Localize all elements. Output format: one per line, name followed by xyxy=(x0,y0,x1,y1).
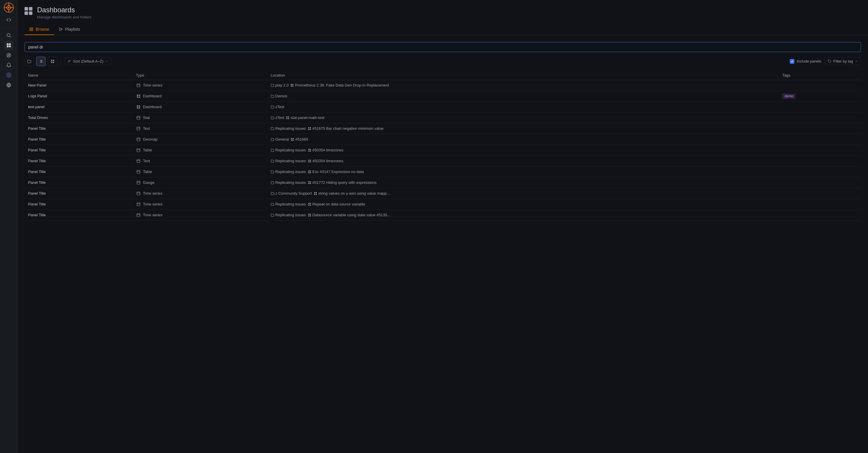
cell-name: Panel Title xyxy=(25,145,133,155)
svg-rect-25 xyxy=(32,30,33,31)
header-text: Dashboards Manage dashboards and folders xyxy=(37,6,91,19)
table-row[interactable]: Panel TitleTime series z Community Suppo… xyxy=(25,188,861,199)
sidebar-item-explore[interactable] xyxy=(4,51,13,60)
cell-tags xyxy=(779,80,861,91)
cell-tags xyxy=(779,112,861,123)
location-dashboard: Datasource variable using stale value #5… xyxy=(308,213,391,217)
svg-rect-42 xyxy=(137,84,140,87)
cell-tags xyxy=(779,166,861,177)
cell-name: Panel Title xyxy=(25,123,133,134)
svg-rect-76 xyxy=(308,149,309,150)
svg-rect-65 xyxy=(310,127,311,128)
table-row[interactable]: Panel TitleText Replicating issues #5035… xyxy=(25,155,861,166)
svg-rect-62 xyxy=(137,127,140,130)
location-folder: zTest xyxy=(271,115,284,120)
grafana-logo-icon xyxy=(3,2,14,13)
tab-playlists-label: Playlists xyxy=(65,27,80,32)
include-panels-checkbox[interactable] xyxy=(790,59,795,64)
location-folder: zTest xyxy=(271,105,284,109)
grid-icon xyxy=(51,59,55,63)
svg-rect-56 xyxy=(137,116,140,119)
sidebar-item-globe[interactable] xyxy=(4,80,13,90)
table-row[interactable]: Panel TitleTime series Replicating issue… xyxy=(25,199,861,209)
cell-name: New Panel xyxy=(25,80,133,91)
list-view-button[interactable] xyxy=(36,57,45,66)
table-row[interactable]: Logs PanelDashboard Demosdemo xyxy=(25,91,861,102)
tab-browse[interactable]: Browse xyxy=(25,24,54,35)
tab-playlists[interactable]: Playlists xyxy=(54,24,85,35)
type-icon xyxy=(136,191,141,196)
type-icon xyxy=(136,213,141,218)
sidebar-item-dashboards[interactable] xyxy=(4,40,13,50)
svg-rect-110 xyxy=(137,214,140,217)
svg-rect-97 xyxy=(310,183,311,184)
sidebar-item-alerting[interactable] xyxy=(4,60,13,70)
sidebar-item-search[interactable] xyxy=(4,31,13,40)
cell-name: Panel Title xyxy=(25,155,133,166)
cell-type: Time series xyxy=(133,80,267,91)
svg-rect-77 xyxy=(310,149,311,150)
content-area: Sort (Default A–Z) Include panels xyxy=(18,35,868,453)
dashboards-icon xyxy=(25,6,32,15)
location-dashboard: string values on y-axis using value mapp… xyxy=(314,191,391,196)
col-location: Location xyxy=(267,71,779,80)
svg-rect-67 xyxy=(310,129,311,130)
filter-tag-chevron-icon xyxy=(855,60,858,63)
sidebar-collapse-button[interactable] xyxy=(4,15,13,25)
svg-rect-22 xyxy=(30,28,31,29)
table-row[interactable]: Panel TitleTime series Replicating issue… xyxy=(25,209,861,220)
cell-tags xyxy=(779,145,861,155)
filter-tag-button[interactable]: Filter by tag xyxy=(825,57,861,65)
results-table: Name Type Location Tags New PanelTime se… xyxy=(25,71,861,221)
table-row[interactable]: New PanelTime series play 2.0 Prometheus… xyxy=(25,80,861,91)
grid-view-button[interactable] xyxy=(48,57,57,66)
table-row[interactable]: Panel TitleTable Replicating issues #503… xyxy=(25,145,861,155)
svg-rect-107 xyxy=(310,203,311,204)
table-row[interactable]: Total DrivesStat zTest stat-panel-math-t… xyxy=(25,112,861,123)
location-folder: Replicating issues xyxy=(271,170,306,174)
svg-rect-102 xyxy=(314,194,315,195)
sort-label: Sort (Default A–Z) xyxy=(73,59,103,63)
sort-select[interactable]: Sort (Default A–Z) xyxy=(65,57,111,65)
type-icon xyxy=(136,105,141,109)
svg-rect-115 xyxy=(310,216,311,217)
cell-location: Replicating issues Esc #3147 Expression … xyxy=(267,166,779,177)
sidebar-item-plugins[interactable] xyxy=(4,70,13,80)
cell-location: Replicating issues #50354 timezones xyxy=(267,145,779,155)
table-row[interactable]: Panel TitleText Replicating issues #5167… xyxy=(25,123,861,134)
table-row[interactable]: Panel TitleTable Replicating issues Esc … xyxy=(25,166,861,177)
type-icon xyxy=(136,83,141,88)
svg-point-17 xyxy=(9,75,10,76)
svg-rect-52 xyxy=(137,106,138,107)
cell-location: Demos xyxy=(267,91,779,102)
checkmark-icon xyxy=(790,60,794,63)
location-dashboard: #50354 timezones xyxy=(308,159,343,163)
cell-tags xyxy=(779,102,861,112)
svg-rect-47 xyxy=(292,86,293,87)
main-content: Dashboards Manage dashboards and folders… xyxy=(18,0,868,453)
svg-rect-103 xyxy=(316,194,317,195)
svg-rect-45 xyxy=(292,84,293,85)
table-row[interactable]: Panel TitleGeomap General #51669 xyxy=(25,134,861,145)
search-input[interactable] xyxy=(25,42,861,52)
type-label: Text xyxy=(143,159,150,163)
svg-rect-113 xyxy=(310,214,311,215)
svg-rect-86 xyxy=(137,170,140,174)
cell-type: Time series xyxy=(133,188,267,199)
cell-tags xyxy=(779,177,861,188)
cell-tags xyxy=(779,209,861,220)
cell-location: Replicating issues Repeat on data source… xyxy=(267,199,779,209)
svg-point-13 xyxy=(7,53,11,57)
location-dashboard: #51772 Hiding query with expressions xyxy=(308,180,377,185)
cell-tags xyxy=(779,199,861,209)
table-row[interactable]: text panelDashboard zTest xyxy=(25,102,861,112)
location-folder: play 2.0 xyxy=(271,83,289,87)
cell-tags xyxy=(779,155,861,166)
include-panels-label[interactable]: Include panels xyxy=(790,59,821,64)
folder-view-button[interactable] xyxy=(25,57,34,66)
type-label: Table xyxy=(143,148,152,152)
table-row[interactable]: Panel TitleGauge Replicating issues #517… xyxy=(25,177,861,188)
browse-icon xyxy=(29,27,33,31)
cell-type: Table xyxy=(133,166,267,177)
type-label: Time series xyxy=(143,191,163,196)
